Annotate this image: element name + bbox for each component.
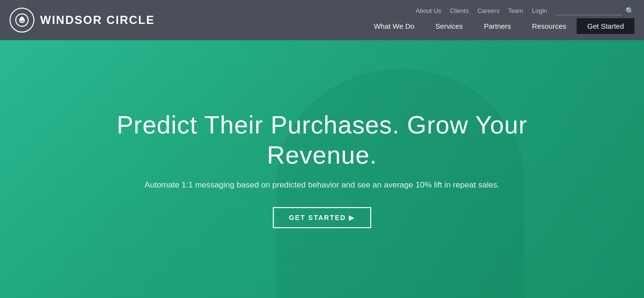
nav-about-us[interactable]: About Us bbox=[416, 7, 441, 14]
hero-section: Predict Their Purchases. Grow Your Reven… bbox=[0, 40, 644, 298]
header: WINDSOR CIRCLE About Us Clients Careers … bbox=[0, 0, 644, 40]
nav-partners[interactable]: Partners bbox=[473, 18, 522, 34]
hero-subtext: Automate 1:1 messaging based on predicte… bbox=[117, 180, 527, 190]
nav-what-we-do[interactable]: What We Do bbox=[364, 18, 425, 34]
logo-icon bbox=[10, 8, 34, 33]
logo-text: WINDSOR CIRCLE bbox=[40, 13, 155, 27]
hero-cta-button[interactable]: GET STARTED ▶ bbox=[273, 207, 372, 228]
nav-team[interactable]: Team bbox=[508, 7, 523, 14]
nav-resources[interactable]: Resources bbox=[522, 18, 577, 34]
nav-right: About Us Clients Careers Team Login 🔍 Wh… bbox=[364, 7, 634, 34]
search-wrapper: 🔍 bbox=[556, 7, 634, 15]
secondary-nav: About Us Clients Careers Team Login 🔍 bbox=[416, 7, 634, 18]
nav-services[interactable]: Services bbox=[425, 18, 473, 34]
search-input[interactable] bbox=[556, 7, 623, 15]
search-button[interactable]: 🔍 bbox=[625, 7, 634, 15]
nav-clients[interactable]: Clients bbox=[450, 7, 469, 14]
logo-link[interactable]: WINDSOR CIRCLE bbox=[10, 8, 155, 33]
nav-careers[interactable]: Careers bbox=[477, 7, 499, 14]
logo-svg bbox=[14, 12, 30, 28]
hero-headline: Predict Their Purchases. Grow Your Reven… bbox=[117, 110, 527, 170]
hero-content: Predict Their Purchases. Grow Your Reven… bbox=[107, 100, 537, 238]
primary-nav: What We Do Services Partners Resources G… bbox=[364, 18, 634, 34]
nav-login[interactable]: Login bbox=[532, 7, 547, 14]
nav-get-started[interactable]: Get Started bbox=[577, 18, 634, 34]
